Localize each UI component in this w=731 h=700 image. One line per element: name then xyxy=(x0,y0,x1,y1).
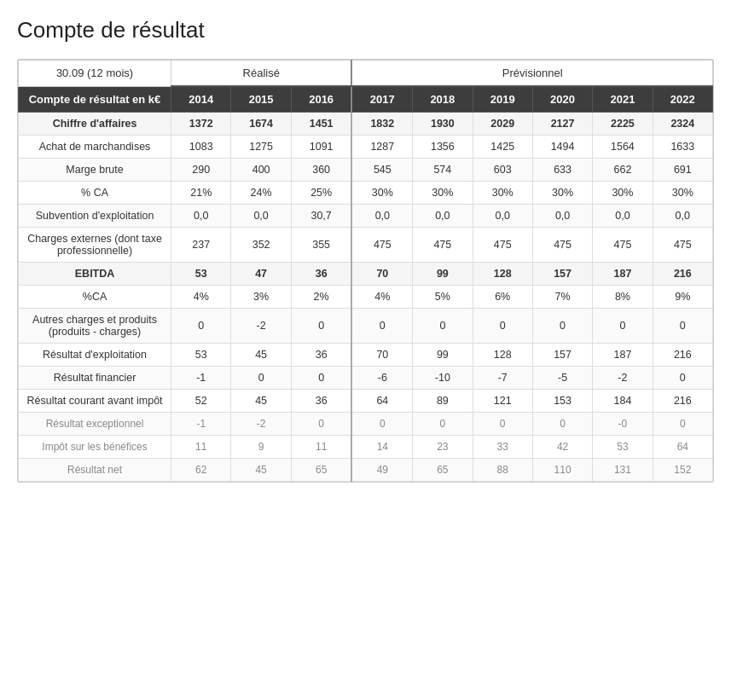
cell-value: 0,0 xyxy=(351,205,412,228)
cell-value: 1832 xyxy=(351,113,412,136)
cell-value: 0 xyxy=(532,413,592,436)
cell-value: 187 xyxy=(593,344,653,367)
cell-value: 475 xyxy=(473,228,532,263)
cell-value: 0,0 xyxy=(413,205,473,228)
cell-value: 157 xyxy=(532,263,592,286)
cell-value: 1083 xyxy=(171,136,231,159)
table-row: Résultat financier-100-6-10-7-5-20 xyxy=(19,367,713,390)
cell-value: 0,0 xyxy=(532,205,592,228)
cell-value: -5 xyxy=(532,367,592,390)
cell-value: 53 xyxy=(171,263,231,286)
cell-value: 1356 xyxy=(413,136,473,159)
cell-value: 216 xyxy=(653,344,712,367)
cell-value: 7% xyxy=(532,286,592,309)
cell-value: 6% xyxy=(473,286,532,309)
cell-value: 21% xyxy=(171,182,231,205)
previsionnel-header: Prévisionnel xyxy=(351,61,712,87)
cell-value: 99 xyxy=(413,263,473,286)
cell-value: 45 xyxy=(231,344,291,367)
cell-value: 45 xyxy=(231,390,291,413)
cell-value: 633 xyxy=(532,159,592,182)
cell-value: 0 xyxy=(291,309,351,344)
cell-value: 49 xyxy=(351,459,412,482)
cell-value: 70 xyxy=(351,263,412,286)
cell-value: 1451 xyxy=(291,113,351,136)
cell-value: 184 xyxy=(593,390,653,413)
row-label: Résultat d'exploitation xyxy=(19,344,171,367)
table-row: Résultat net624565496588110131152 xyxy=(19,459,713,482)
cell-value: 475 xyxy=(351,228,412,263)
row-label: EBITDA xyxy=(19,263,171,286)
cell-value: 14 xyxy=(351,436,412,459)
cell-value: 9% xyxy=(653,286,712,309)
table-row: Charges externes (dont taxe professionne… xyxy=(19,228,713,263)
year-2014: 2014 xyxy=(171,86,231,113)
cell-value: 1287 xyxy=(351,136,412,159)
cell-value: 216 xyxy=(653,390,712,413)
cell-value: 1275 xyxy=(231,136,291,159)
cell-value: 2% xyxy=(291,286,351,309)
cell-value: 153 xyxy=(532,390,592,413)
table-row: Achat de marchandises1083127510911287135… xyxy=(19,136,713,159)
cell-value: 187 xyxy=(593,263,653,286)
year-2019: 2019 xyxy=(473,86,532,113)
cell-value: 290 xyxy=(171,159,231,182)
cell-value: 30% xyxy=(351,182,412,205)
row-label: Subvention d'exploitation xyxy=(19,205,171,228)
table-row: Subvention d'exploitation0,00,030,70,00,… xyxy=(19,205,713,228)
cell-value: 64 xyxy=(653,436,712,459)
financial-table: 30.09 (12 mois) Réalisé Prévisionnel Com… xyxy=(18,60,713,482)
cell-value: 4% xyxy=(351,286,412,309)
cell-value: 0 xyxy=(351,413,412,436)
row-label: %CA xyxy=(19,286,171,309)
cell-value: 30% xyxy=(413,182,473,205)
cell-value: 475 xyxy=(413,228,473,263)
cell-value: 1633 xyxy=(653,136,712,159)
cell-value: 662 xyxy=(593,159,653,182)
cell-value: 0,0 xyxy=(473,205,532,228)
year-2017: 2017 xyxy=(351,86,412,113)
cell-value: 5% xyxy=(413,286,473,309)
cell-value: 355 xyxy=(291,228,351,263)
cell-value: 0,0 xyxy=(231,205,291,228)
cell-value: 352 xyxy=(231,228,291,263)
cell-value: 2127 xyxy=(532,113,592,136)
cell-value: -1 xyxy=(171,367,231,390)
cell-value: 62 xyxy=(171,459,231,482)
cell-value: 11 xyxy=(291,436,351,459)
cell-value: 88 xyxy=(473,459,532,482)
period-header: 30.09 (12 mois) xyxy=(19,61,171,87)
table-row: EBITDA5347367099128157187216 xyxy=(19,263,713,286)
table-row: Résultat d'exploitation53453670991281571… xyxy=(19,344,713,367)
cell-value: 33 xyxy=(473,436,532,459)
cell-value: 691 xyxy=(653,159,712,182)
cell-value: 0 xyxy=(593,309,653,344)
cell-value: 1564 xyxy=(593,136,653,159)
cell-value: 0 xyxy=(413,413,473,436)
cell-value: 53 xyxy=(171,344,231,367)
cell-value: 360 xyxy=(291,159,351,182)
cell-value: 11 xyxy=(171,436,231,459)
row-label: Marge brute xyxy=(19,159,171,182)
cell-value: -2 xyxy=(593,367,653,390)
cell-value: 65 xyxy=(413,459,473,482)
cell-value: 121 xyxy=(473,390,532,413)
cell-value: 131 xyxy=(593,459,653,482)
cell-value: 47 xyxy=(231,263,291,286)
cell-value: 36 xyxy=(291,390,351,413)
cell-value: 8% xyxy=(593,286,653,309)
cell-value: 45 xyxy=(231,459,291,482)
row-label: Chiffre d'affaires xyxy=(19,113,171,136)
cell-value: 1930 xyxy=(413,113,473,136)
cell-value: -2 xyxy=(231,309,291,344)
page-title: Compte de résultat xyxy=(17,17,714,43)
cell-value: 0 xyxy=(653,367,712,390)
cell-value: -6 xyxy=(351,367,412,390)
cell-value: 42 xyxy=(532,436,592,459)
cell-value: 1494 xyxy=(532,136,592,159)
cell-value: 1091 xyxy=(291,136,351,159)
cell-value: 53 xyxy=(593,436,653,459)
cell-value: 475 xyxy=(593,228,653,263)
cell-value: 0 xyxy=(171,309,231,344)
cell-value: 237 xyxy=(171,228,231,263)
